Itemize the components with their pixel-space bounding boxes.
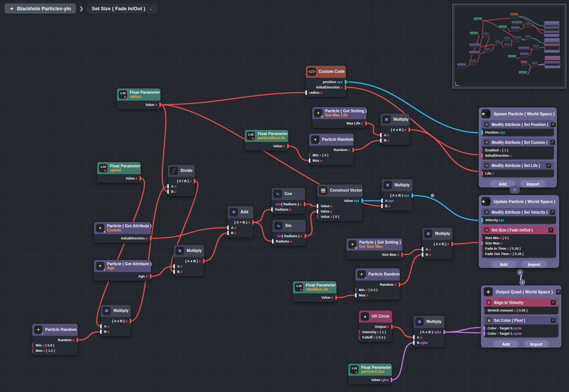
- port-out--radians-[interactable]: cos( Radians ).x: [272, 202, 305, 207]
- port-in-max[interactable]: Max.x: [309, 158, 354, 163]
- node-float-randmaxlife[interactable]: 1.23➤Float ParameterrandMaxLifeValue.x: [293, 281, 336, 302]
- port-in-a[interactable]: A.xyz: [382, 198, 413, 203]
- node-float-color[interactable]: 1.23➤Float ParameterparticleColorValue.r…: [348, 364, 392, 384]
- port-in-b[interactable]: B.rgba: [413, 340, 445, 345]
- port-out--a-x-b-[interactable]: ( A x B ).x: [174, 258, 204, 264]
- vfx-graph-canvas[interactable]: </>Custom Codeposition.xyzinitialDirecti…: [0, 0, 569, 392]
- port-in-position[interactable]: Position.xyz: [482, 130, 554, 135]
- node-cos[interactable]: ∿Coscos( Radians ).xRadians.x: [272, 188, 305, 214]
- port-out-value[interactable]: Value.x: [245, 143, 288, 149]
- port-out--a-x-b-[interactable]: ( A x B ).x: [422, 241, 453, 247]
- port-in-a[interactable]: A.x: [413, 335, 445, 340]
- checkbox-checked[interactable]: ✓: [550, 318, 556, 323]
- port-out-value[interactable]: Value.rgba: [348, 377, 392, 383]
- port-out-value[interactable]: Value.x: [97, 176, 141, 181]
- port-in-life[interactable]: Life.x: [482, 171, 554, 176]
- stage-connector-badge[interactable]: ∴: [510, 186, 520, 194]
- node-get-attr-custom[interactable]: ✦⬨Particle ( Get Attribute )CustomInitia…: [94, 222, 151, 243]
- port-in-a[interactable]: A.x: [174, 264, 204, 269]
- node-add[interactable]: ✚Add( A + B ).xA.xB.x: [228, 206, 253, 238]
- project-breadcrumb-button[interactable]: ✦ Blackhole Particles-ylo: [5, 3, 76, 14]
- port-in-min[interactable]: Min.x ( 0.3 ): [355, 287, 400, 293]
- port-in-a[interactable]: A.x: [168, 184, 195, 189]
- checkbox-checked[interactable]: ✓: [548, 227, 554, 233]
- port-in-color-target-0[interactable]: Color - Target 0.xyzw: [484, 326, 558, 331]
- node-float-maxlife[interactable]: 1.23➤Float ParameterparticleMaxLifeValue…: [245, 130, 288, 151]
- node-uv-circle[interactable]: ◕UV CircleOutput.xIntensity.x ( 1 )Fallo…: [359, 310, 392, 342]
- port-in-b[interactable]: B.x: [174, 269, 204, 274]
- checkbox-checked[interactable]: ✓: [546, 163, 552, 168]
- port-out-age[interactable]: Age.x: [94, 274, 151, 279]
- port-in-min[interactable]: Min.x ( 0.8 ): [32, 343, 78, 348]
- port-in-initialdirection[interactable]: InitialDirection.x: [482, 153, 554, 158]
- context-node-output[interactable]: ✦Output Quad ( World Space )✓⊂Align to V…: [481, 285, 561, 348]
- port-out-max-life[interactable]: Max Life.x: [312, 121, 366, 126]
- port-in-max[interactable]: Max.x: [355, 293, 400, 298]
- port-in-radians[interactable]: Radians.x: [272, 239, 306, 244]
- port-in-color-target-1[interactable]: Color - Target 1.xyzw: [484, 331, 558, 336]
- node-multiply-1[interactable]: ✖Multiply( A x B ).xA.xB.x: [380, 113, 410, 145]
- add-button[interactable]: Add: [494, 340, 519, 348]
- port-out-initialdirection[interactable]: InitialDirection.x: [94, 236, 151, 241]
- block-modify-attribute-set-life-[interactable]: ✦Modify Attribute ( Set Life )✓Life.x: [482, 161, 554, 177]
- port-in-intensity[interactable]: Intensity.x ( 1 ): [359, 329, 392, 335]
- port-out-random[interactable]: Random.x: [32, 337, 78, 343]
- port-in-stretch-amount[interactable]: Stretch Amount.x ( 0.05 ): [484, 308, 558, 313]
- import-button[interactable]: Import: [524, 340, 549, 348]
- port-out--a-b-[interactable]: ( A / B ).x: [168, 178, 195, 184]
- port-out--a-x-b-[interactable]: ( A x B ).xyz: [382, 193, 413, 198]
- port-in-a[interactable]: A.x: [422, 247, 453, 252]
- checkbox-checked[interactable]: ✓: [550, 209, 555, 215]
- port-in-fade-out-time[interactable]: Fade Out Time.x ( 0.35 ): [482, 251, 556, 257]
- port-in-b[interactable]: B.x: [422, 252, 453, 257]
- context-node-update[interactable]: ✦⟳Update Particle ( World Space )✦Modify…: [479, 195, 559, 268]
- port-out--a-x-b-[interactable]: ( A x B ).x: [380, 127, 410, 132]
- port-in-size-min[interactable]: Size Min.x ( 0 ): [482, 235, 556, 241]
- port-out-initialdirection[interactable]: initialDirection.x: [306, 85, 346, 90]
- node-random-1[interactable]: ✦∴Particle RandomRandom.xMin.x ( 0 )Max.…: [309, 134, 354, 165]
- port-in-b[interactable]: B.x: [228, 230, 253, 236]
- block-set-size-fade-in-out-[interactable]: ≺Set Size ( Fade In/Out )✓Size Min.x ( 0…: [482, 226, 556, 258]
- port-out--a-b-[interactable]: ( A + B ).x: [228, 220, 253, 225]
- port-in-b[interactable]: B.x: [382, 203, 413, 209]
- context-node-spawn[interactable]: ✦⚙Spawn Particle ( World Space )✦Modify …: [479, 107, 557, 187]
- port-in-b[interactable]: B.x: [380, 138, 410, 143]
- port-out-value[interactable]: Value.xyz: [317, 198, 363, 203]
- port-in-value[interactable]: Value.z ( 0 ): [317, 214, 363, 219]
- port-in-radius[interactable]: radius.x: [306, 90, 346, 95]
- port-out-position[interactable]: position.xyz: [306, 79, 346, 85]
- node-multiply-6[interactable]: ✖Multiply( A x B ).xA.xB.x: [101, 305, 131, 336]
- node-get-attr-age[interactable]: ✦⬨Particle ( Get Attribute )AgeAge.x: [94, 260, 151, 281]
- node-random-3[interactable]: ✦∴Particle RandomRandom.xMin.x ( 0.8 )Ma…: [32, 324, 78, 355]
- port-out-size-max[interactable]: Size Max.x: [346, 252, 402, 257]
- port-out-random[interactable]: Random.x: [355, 282, 400, 287]
- port-in-size-max[interactable]: Size Max.x: [482, 241, 556, 246]
- port-in-enabled[interactable]: Enabled.x ( 1 ): [482, 148, 554, 153]
- port-in-velocity[interactable]: Velocity.xyz: [482, 217, 556, 223]
- port-out-random[interactable]: Random.x: [309, 147, 354, 153]
- port-in-b[interactable]: B.x: [101, 329, 131, 334]
- checkbox-checked[interactable]: ✓: [556, 289, 561, 295]
- port-out--radians-[interactable]: sin( Radians ).x: [272, 233, 306, 239]
- import-button[interactable]: Import: [522, 261, 547, 268]
- block-modify-attribute-set-velocity-[interactable]: ✦Modify Attribute ( Set Velocity )✓Veloc…: [482, 208, 556, 224]
- port-in-max[interactable]: Max.x ( 1.2 ): [32, 348, 78, 353]
- minimap[interactable]: [453, 4, 566, 88]
- node-get-max-life[interactable]: ✦⚙Particle ( Get Setting )Get Max LifeMa…: [312, 107, 366, 128]
- node-get-size-max[interactable]: ✦⚙Particle ( Get Setting )Get Size MaxSi…: [346, 238, 402, 259]
- add-button[interactable]: Add: [491, 261, 516, 268]
- port-in-value[interactable]: Value.x: [317, 203, 363, 209]
- block-set-color-pixel-[interactable]: ▣Set Color ( Pixel )✓Color - Target 0.xy…: [484, 316, 558, 337]
- port-in-radians[interactable]: Radians.x: [272, 207, 305, 212]
- node-custom-code[interactable]: </>Custom Codeposition.xyzinitialDirecti…: [306, 66, 346, 97]
- port-in-a[interactable]: A.x: [228, 225, 253, 230]
- context-dropdown[interactable]: Set Size ( Fade In/Out ) ⌄: [87, 3, 157, 14]
- node-float-speed[interactable]: 1.23➤Float ParameterspeedValue.x: [97, 162, 141, 183]
- port-out--a-x-b-[interactable]: ( A x B ).x: [101, 318, 131, 324]
- port-in-a[interactable]: A.x: [101, 324, 131, 329]
- port-in-falloff[interactable]: Falloff.x ( 0.3 ): [359, 335, 392, 340]
- port-out-value[interactable]: Value.x: [117, 102, 160, 107]
- port-in-fade-in-time[interactable]: Fade In Time.x ( 0.35 ): [482, 246, 556, 251]
- port-out--a-x-b-[interactable]: ( A x B ).rgba: [413, 329, 445, 335]
- node-divide[interactable]: ╱Divide( A / B ).xA.xB.x: [168, 165, 195, 196]
